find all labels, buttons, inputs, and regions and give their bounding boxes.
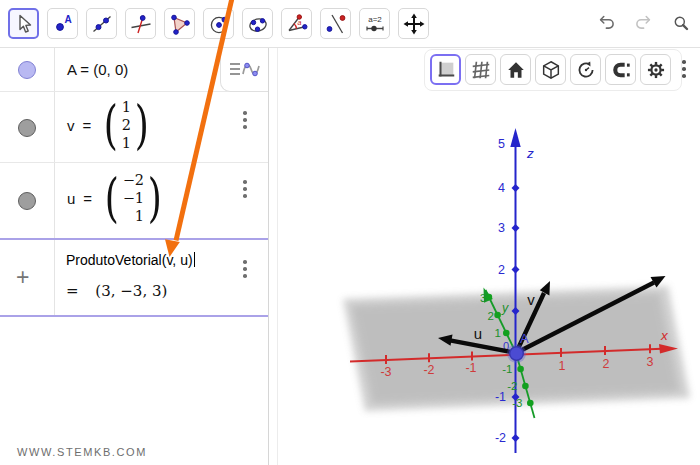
point-a-label: A	[520, 331, 529, 346]
vector-u-name: u	[67, 190, 75, 207]
text-caret	[194, 252, 195, 267]
right-paren: )	[135, 102, 149, 149]
svg-text:3: 3	[647, 355, 654, 369]
algebra-row-vector-u[interactable]: u = ( −2 −1 1 )	[0, 163, 268, 238]
reflect-about-line-icon	[324, 12, 348, 36]
tool-point-button[interactable]: A	[47, 8, 78, 39]
tool-conic-button[interactable]	[242, 8, 273, 39]
restore-view-button[interactable]	[570, 54, 601, 85]
3d-scene-canvas[interactable]: 5 4 3 2 -1 -2 z 0 -3 -2 -1	[278, 48, 700, 465]
home-icon	[505, 59, 527, 81]
svg-text:-1: -1	[465, 361, 476, 375]
axes-icon	[435, 59, 457, 81]
svg-text:5: 5	[498, 137, 505, 151]
tool-perpendicular-line-button[interactable]	[125, 8, 156, 39]
show-axes-button[interactable]	[430, 54, 461, 85]
tool-move-view-button[interactable]	[398, 8, 429, 39]
tool-circle-button[interactable]	[203, 8, 234, 39]
angle-icon: a	[285, 12, 309, 36]
svg-text:2: 2	[498, 263, 505, 277]
visibility-toggle-point-a[interactable]	[18, 61, 36, 79]
graphics-view-3d: 5 4 3 2 -1 -2 z 0 -3 -2 -1	[278, 48, 700, 465]
svg-text:-3: -3	[380, 365, 391, 379]
geogebra-app: A	[0, 0, 700, 465]
line-icon	[90, 12, 114, 36]
vector-u-z: 1	[135, 207, 144, 225]
svg-text:2: 2	[488, 310, 494, 322]
expression-result: = (3, −3, 3)	[66, 282, 167, 300]
svg-text:A: A	[64, 14, 71, 25]
vector-v-z: 1	[122, 134, 131, 152]
tool-reflect-button[interactable]	[320, 8, 351, 39]
conic-through-points-icon	[246, 12, 270, 36]
point-a[interactable]	[507, 344, 526, 363]
show-grid-button[interactable]	[465, 54, 496, 85]
search-button[interactable]	[666, 8, 696, 38]
circle-center-point-icon	[207, 12, 231, 36]
left-paren: (	[105, 175, 119, 222]
tool-slider-button[interactable]: a=2	[359, 8, 390, 39]
move-graphics-view-icon	[402, 12, 426, 36]
svg-text:-1: -1	[495, 390, 506, 404]
vector-u-label: u	[474, 325, 482, 342]
vector-u-x: −2	[123, 171, 144, 189]
svg-text:1: 1	[495, 327, 501, 339]
svg-text:-2: -2	[507, 380, 517, 392]
input-row-menu-button[interactable]	[238, 258, 252, 280]
point-icon: A	[51, 12, 75, 36]
x-axis-label: x	[660, 328, 669, 343]
slider-icon: a=2	[363, 12, 387, 36]
polygon-icon	[168, 12, 192, 36]
tool-polygon-button[interactable]	[164, 8, 195, 39]
move-cursor-icon	[12, 12, 36, 36]
gear-icon	[645, 59, 667, 81]
point-capturing-button[interactable]	[605, 54, 636, 85]
vector-v-name: v	[67, 117, 75, 134]
cube-icon	[540, 59, 562, 81]
standard-view-button[interactable]	[500, 54, 531, 85]
equals-sign: =	[83, 117, 92, 134]
left-paren: (	[104, 102, 118, 149]
svg-text:1: 1	[559, 359, 566, 373]
tool-move-cursor-button[interactable]	[8, 8, 39, 39]
vector-v-entries: 1 2 1	[122, 98, 131, 152]
magnet-icon	[610, 59, 632, 81]
undo-button[interactable]	[592, 8, 622, 38]
y-axis-label: y	[501, 301, 509, 315]
watermark: WWW.STEMKB.COM	[17, 446, 147, 458]
visibility-toggle-vector-v[interactable]	[18, 119, 36, 137]
add-expression-button[interactable]: +	[16, 264, 29, 291]
svg-text:3: 3	[480, 292, 486, 304]
redo-button[interactable]	[628, 8, 658, 38]
algebra-input-row[interactable]: + ProdutoVetorial(v, u) = (3, −3, 3)	[0, 238, 268, 317]
right-paren: )	[148, 175, 162, 222]
row-v-menu-button[interactable]	[238, 109, 252, 131]
tool-line-button[interactable]	[86, 8, 117, 39]
z-axis-label: z	[526, 146, 534, 161]
restore-view-icon	[575, 59, 597, 81]
svg-text:-3: -3	[512, 397, 522, 409]
search-icon	[672, 8, 690, 38]
vector-v-label: v	[527, 291, 535, 308]
svg-text:-1: -1	[502, 363, 512, 375]
algebra-row-vector-v[interactable]: v = ( 1 2 1 )	[0, 92, 268, 163]
main-toolbar: A	[0, 0, 700, 48]
undo-icon	[598, 10, 616, 36]
algebra-style-button[interactable]	[220, 48, 268, 92]
tool-angle-button[interactable]: a	[281, 8, 312, 39]
row-u-menu-button[interactable]	[238, 178, 252, 200]
equals-sign: =	[83, 190, 92, 207]
graphics-toolbar	[424, 49, 682, 91]
algebra-style-icon	[226, 57, 264, 83]
svg-text:a=2: a=2	[368, 14, 382, 23]
expression-input[interactable]: ProdutoVetorial(v, u)	[66, 252, 195, 268]
svg-text:4: 4	[498, 181, 505, 195]
view-direction-button[interactable]	[535, 54, 566, 85]
result-equals: =	[66, 282, 79, 300]
settings-button[interactable]	[640, 54, 671, 85]
svg-text:3: 3	[498, 221, 505, 235]
vector-u-entries: −2 −1 1	[123, 171, 144, 225]
svg-text:-2: -2	[423, 363, 434, 377]
visibility-toggle-vector-u[interactable]	[18, 192, 36, 210]
point-a-definition: A = (0, 0)	[67, 61, 128, 78]
